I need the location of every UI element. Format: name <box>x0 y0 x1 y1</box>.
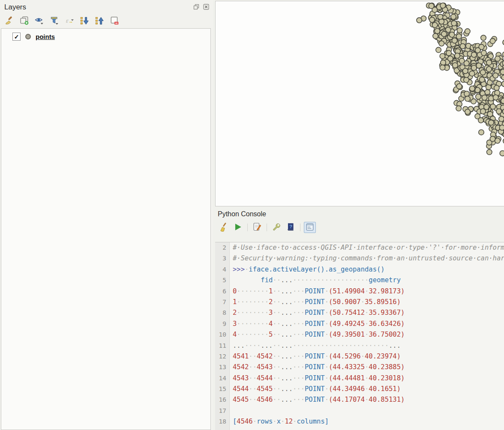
console-line-number: 16 <box>215 394 230 405</box>
console-line: 17 <box>215 406 504 416</box>
map-point <box>499 125 504 130</box>
console-line-number: 18 <box>215 416 230 427</box>
console-line-text: [4546·rows·x·12·columns] <box>230 416 329 427</box>
map-point <box>435 28 440 33</box>
map-point <box>490 39 495 44</box>
wrench-icon <box>272 222 281 233</box>
console-line-number: 15 <box>215 384 230 394</box>
layer-label[interactable]: points <box>36 33 55 40</box>
map-point <box>482 95 487 100</box>
map-point <box>487 149 492 155</box>
broom-icon <box>219 222 228 233</box>
map-point <box>495 56 500 61</box>
map-point <box>471 65 477 70</box>
console-panel-icon <box>305 222 315 233</box>
python-console-toolbar: ? <box>218 221 504 234</box>
map-point <box>455 53 460 58</box>
python-console-output[interactable]: 2#·Use·iface·to·access·QGIS·API·interfac… <box>215 242 504 430</box>
map-point <box>465 109 470 114</box>
map-point <box>441 31 447 36</box>
console-line: 124541··4542··...···POINT·(44.5296·40.23… <box>215 351 504 362</box>
map-point <box>460 44 465 49</box>
remove-layer-icon <box>110 16 119 27</box>
console-line-number: 9 <box>215 319 230 329</box>
filter-by-expression-button[interactable]: ε <box>63 15 75 27</box>
map-point <box>501 81 504 87</box>
console-line: 134542··4543··...···POINT·(44.43325·40.2… <box>215 362 504 373</box>
map-point <box>481 50 486 55</box>
map-points-layer <box>216 1 504 206</box>
console-line-text: fid··...···················geometry <box>230 275 401 286</box>
map-point <box>475 48 480 53</box>
console-line-number: 14 <box>215 373 230 384</box>
console-line-text: 2········3··...···POINT·(50.75412·35.933… <box>230 308 405 318</box>
console-line: 60········1··...···POINT·(51.49904·32.98… <box>215 286 504 297</box>
vertical-splitter[interactable] <box>210 0 215 430</box>
map-point <box>438 14 443 19</box>
console-line-number: 19 <box>215 427 230 430</box>
close-panel-button[interactable] <box>202 4 210 11</box>
map-canvas[interactable] <box>215 1 504 206</box>
layer-row-points[interactable]: ✓ points <box>1 33 210 41</box>
layers-tree[interactable]: ✓ points <box>1 28 211 430</box>
map-point <box>456 106 461 111</box>
map-point <box>478 118 483 123</box>
map-point <box>451 14 456 19</box>
collapse-all-button[interactable] <box>93 15 105 27</box>
toolbar-separator <box>300 224 300 231</box>
map-point <box>500 151 504 156</box>
expand-all-button[interactable] <box>78 15 90 27</box>
map-point <box>480 70 486 75</box>
run-icon <box>233 222 243 233</box>
layer-visibility-checkbox[interactable]: ✓ <box>12 33 21 41</box>
float-panel-button[interactable] <box>192 4 200 11</box>
python-console-toggle-button[interactable] <box>304 222 316 233</box>
map-point <box>501 75 504 80</box>
console-line-number: 17 <box>215 406 230 416</box>
filter-legend-button[interactable] <box>48 15 60 27</box>
manage-map-themes-button[interactable] <box>33 15 45 27</box>
console-line: 4>>>·iface.activeLayer().as_geopandas() <box>215 264 504 275</box>
console-line-text: #·Security·warning:·typing·commands·from… <box>230 253 504 264</box>
console-line-text: 1········2··...···POINT·(50.9007·35.8951… <box>230 297 401 308</box>
add-group-button[interactable] <box>18 15 30 27</box>
console-line-number: 2 <box>215 242 230 253</box>
float-icon <box>193 4 199 11</box>
console-line-number: 10 <box>215 329 230 340</box>
show-editor-button[interactable] <box>251 222 263 233</box>
console-line-text: 4542··4543··...···POINT·(44.43325·40.238… <box>230 362 405 373</box>
console-line: 2#·Use·iface·to·access·QGIS·API·interfac… <box>215 242 504 253</box>
console-line-number: 7 <box>215 297 230 308</box>
expression-icon: ε <box>65 16 74 27</box>
options-button[interactable] <box>270 222 282 233</box>
help-button[interactable]: ? <box>285 222 297 233</box>
console-line-text: 0········1··...···POINT·(51.49904·32.981… <box>230 286 405 297</box>
open-layer-styling-button[interactable] <box>3 15 15 27</box>
map-point <box>456 84 462 89</box>
console-line-text: 4545··4546··...···POINT·(44.17074·40.851… <box>230 394 405 405</box>
run-command-button[interactable] <box>232 222 244 233</box>
map-point <box>480 109 486 114</box>
clear-console-button[interactable] <box>218 222 230 233</box>
map-point <box>451 21 456 26</box>
console-line-text: 4543··4544··...···POINT·(44.44481·40.230… <box>230 373 405 384</box>
map-point <box>446 51 451 56</box>
console-line-number: 4 <box>215 264 230 275</box>
point-symbol-icon[interactable] <box>25 34 31 39</box>
map-point <box>417 18 422 23</box>
console-line-number: 12 <box>215 351 230 362</box>
editor-icon <box>252 222 262 233</box>
remove-layer-button[interactable] <box>108 15 120 27</box>
map-point <box>465 29 470 34</box>
console-line: 104········5··...···POINT·(49.39501·36.7… <box>215 329 504 340</box>
console-line-text: >>>·iface.activeLayer().as_geopandas() <box>230 264 385 275</box>
map-point <box>429 3 434 9</box>
layers-panel-titlebar: Layers <box>0 0 213 14</box>
console-line: 11...····...··...·······················… <box>215 340 504 351</box>
map-point <box>485 90 490 95</box>
map-point <box>480 77 485 82</box>
map-point <box>453 63 458 68</box>
console-line-text: ...····...··...························.… <box>230 340 401 351</box>
map-point <box>449 32 454 37</box>
console-line: 144543··4544··...···POINT·(44.44481·40.2… <box>215 373 504 384</box>
